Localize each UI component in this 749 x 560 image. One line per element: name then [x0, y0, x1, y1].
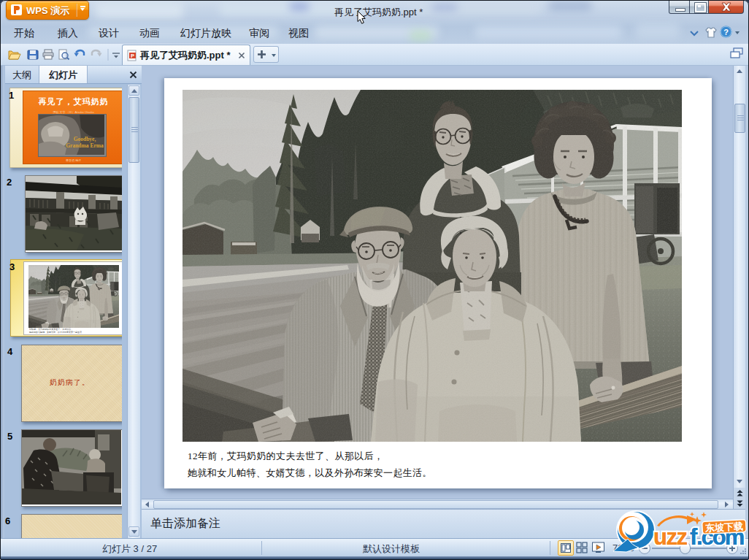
svg-text:?: ?: [723, 28, 729, 37]
svg-text:uzz: uzz: [653, 524, 687, 550]
svg-text:东坡下载: 东坡下载: [704, 521, 744, 534]
svg-text:P: P: [131, 53, 134, 59]
svg-text:Grandma Erma: Grandma Erma: [66, 142, 104, 149]
svg-text:Goodbye,: Goodbye,: [74, 136, 96, 142]
